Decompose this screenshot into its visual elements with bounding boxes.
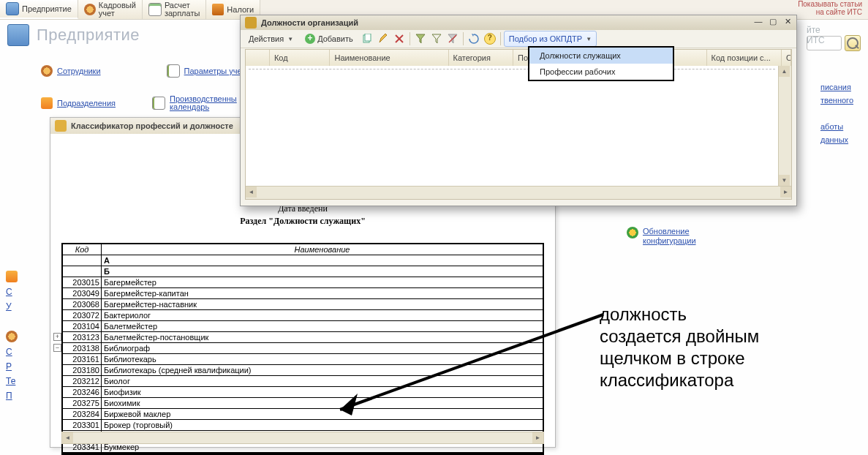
doc-icon	[167, 64, 180, 78]
tab-zarplata[interactable]: Расчет зарплаты	[143, 0, 206, 19]
grid-icon	[55, 120, 67, 132]
table-row[interactable]: 203180Библиотекарь (средней квалификации…	[63, 365, 543, 376]
right-link-3[interactable]: аботы	[820, 122, 843, 131]
people-icon	[6, 331, 18, 342]
table-row[interactable]: 203301Брокер (торговый)	[63, 420, 543, 431]
okpdtr-dropdown: Должности служащих Профессии рабочих	[528, 46, 674, 81]
grid-body[interactable]	[246, 66, 778, 186]
filter-off-icon[interactable]	[445, 31, 460, 46]
scroll-down-icon[interactable]: ▼	[779, 175, 790, 186]
scroll-right-icon[interactable]: ►	[532, 432, 543, 443]
tab-label: Расчет зарплаты	[165, 1, 200, 18]
its-note: Показывать статьи на сайте ИТС	[798, 0, 862, 16]
tab-kadry[interactable]: Кадровый учет	[78, 0, 143, 19]
refresh-icon[interactable]	[467, 31, 481, 46]
right-link-4[interactable]: данных	[820, 135, 848, 144]
col-name: Наименование	[102, 244, 543, 255]
tree-expand-minus[interactable]: −	[53, 344, 61, 352]
dialog-titlebar[interactable]: Должности организаций — ▢ ✕	[241, 15, 796, 30]
col-code: Код	[63, 244, 102, 255]
link-parametry[interactable]: Параметры учет	[184, 67, 246, 75]
copy-icon[interactable]	[360, 31, 374, 46]
grid-icon	[245, 17, 257, 29]
frag-f[interactable]: П	[6, 391, 18, 401]
table-row[interactable]: 203072Бактериолог	[63, 310, 543, 321]
table-row[interactable]: 203049Багермейстер-капитан	[63, 288, 543, 299]
scroll-right-icon[interactable]: ►	[780, 187, 791, 198]
col-basis[interactable]: Основан	[782, 50, 791, 66]
scroll-left-icon[interactable]: ◄	[246, 187, 257, 198]
table-row[interactable]: 203138Библиограф	[63, 343, 543, 354]
table-row[interactable]: 203104Балетмейстер	[63, 321, 543, 332]
update-link-2[interactable]: конфигурации	[643, 236, 696, 245]
plus-icon: +	[305, 34, 315, 44]
people-icon	[84, 4, 96, 15]
col-code[interactable]: Код	[270, 50, 331, 66]
frag-c[interactable]: С	[6, 347, 18, 357]
delete-icon[interactable]	[392, 31, 407, 46]
frag-d[interactable]: Р	[6, 361, 18, 372]
annotation-text: должность создается двойным щелчком в ст…	[600, 304, 759, 391]
link-sotrudniki[interactable]: Сотрудники	[57, 67, 101, 75]
tab-label: Налоги	[227, 6, 254, 14]
dropdown-item-positions[interactable]: Должности служащих	[529, 48, 673, 64]
positions-dialog: Должности организаций — ▢ ✕ Действия▼ +Д…	[240, 15, 797, 206]
link-proizv[interactable]: Производственны календарь	[170, 95, 237, 111]
nav-links-row1: Сотрудники Параметры учет	[41, 64, 245, 78]
frag-a[interactable]: С	[6, 287, 18, 297]
calculator-icon	[148, 3, 162, 16]
dialog-title: Должности организаций	[261, 18, 358, 27]
tab-label: Предприятие	[22, 5, 72, 13]
classifier-title: Классификатор профессий и должносте	[71, 121, 233, 130]
col-name[interactable]: Наименование	[330, 50, 448, 66]
table-letter-row[interactable]: А	[63, 255, 543, 266]
table-row[interactable]: 203161Библиотекарь	[63, 354, 543, 365]
add-button[interactable]: +Добавить	[300, 31, 358, 47]
tab-enterprise[interactable]: Предприятие	[0, 0, 78, 19]
maximize-button[interactable]: ▢	[767, 17, 779, 27]
tab-label: Кадровый учет	[99, 1, 136, 18]
table-row[interactable]: 203284Биржевой маклер	[63, 409, 543, 420]
table-row[interactable]: 203369Бухгалтер	[63, 453, 543, 456]
classifier-table: Код Наименование АБ203015Багермейстер203…	[61, 243, 544, 455]
scroll-left-icon[interactable]: ◄	[62, 432, 73, 443]
table-row[interactable]: 203212Биолог	[63, 376, 543, 387]
podbor-okpdtr-button[interactable]: Подбор из ОКПДТР▼	[504, 31, 597, 47]
col-category[interactable]: Категория	[449, 50, 514, 66]
tree-expand-plus[interactable]: +	[53, 333, 61, 341]
minimize-button[interactable]: —	[752, 17, 764, 27]
its-search-go[interactable]	[845, 35, 861, 51]
edit-icon[interactable]	[376, 31, 390, 46]
filter2-icon[interactable]	[429, 31, 444, 46]
scroll-up-icon[interactable]: ▲	[779, 66, 790, 77]
dropdown-item-professions[interactable]: Профессии рабочих	[529, 64, 673, 80]
right-link-2[interactable]: твенного	[820, 96, 853, 105]
classifier-hscroll[interactable]: ◄ ►	[61, 432, 544, 444]
calendar-icon	[152, 97, 165, 110]
table-row[interactable]: 203123Балетмейстер-постановщик	[63, 332, 543, 343]
grid-vscroll[interactable]: ▲ ▼	[778, 66, 791, 186]
table-letter-row[interactable]: Б	[63, 266, 543, 277]
globe-icon	[627, 227, 638, 238]
actions-button[interactable]: Действия▼	[244, 31, 298, 47]
building-icon	[7, 24, 29, 46]
right-link-1[interactable]: писания	[820, 83, 851, 91]
col-pos-code[interactable]: Код позиции с...	[707, 50, 782, 66]
table-row[interactable]: 203068Багермейстер-наставник	[63, 299, 543, 310]
frag-e[interactable]: Те	[6, 376, 18, 386]
svg-rect-1	[365, 34, 371, 41]
table-row[interactable]: 203015Багермейстер	[63, 277, 543, 288]
help-icon[interactable]: ?	[483, 31, 497, 46]
grid-hscroll[interactable]: ◄ ►	[246, 186, 791, 199]
filter-icon[interactable]	[413, 31, 428, 46]
close-button[interactable]: ✕	[782, 17, 793, 27]
tax-icon	[212, 4, 224, 15]
tree-gutter: + −	[53, 333, 62, 355]
link-podrazd[interactable]: Подразделения	[57, 99, 116, 108]
col-marker[interactable]	[246, 50, 270, 66]
table-row[interactable]: 203246Биофизик	[63, 387, 543, 398]
table-row[interactable]: 203275Биохимик	[63, 398, 543, 409]
right-links: писания твенного аботы данных	[820, 80, 853, 146]
update-link-1[interactable]: Обновление	[643, 227, 690, 236]
frag-b[interactable]: У	[6, 301, 18, 312]
